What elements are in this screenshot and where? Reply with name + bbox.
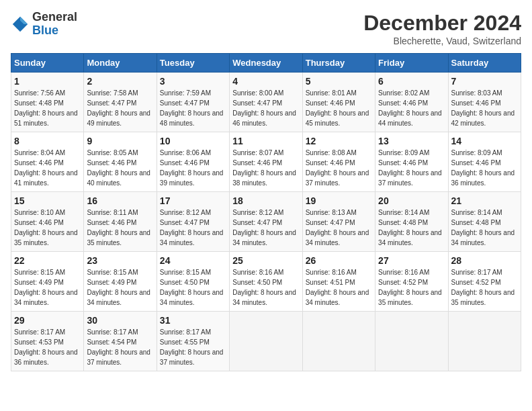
day-info: Sunrise: 8:08 AMSunset: 4:46 PMDaylight:… [306, 148, 372, 188]
logo-text: General Blue [32, 11, 77, 38]
table-row: 30Sunrise: 8:17 AMSunset: 4:54 PMDayligh… [84, 312, 157, 371]
day-number: 23 [87, 255, 153, 266]
calendar: Sunday Monday Tuesday Wednesday Thursday… [11, 53, 521, 371]
table-row [375, 312, 448, 371]
day-number: 3 [160, 76, 226, 87]
table-row: 26Sunrise: 8:16 AMSunset: 4:51 PMDayligh… [302, 252, 375, 312]
day-number: 30 [87, 315, 153, 326]
day-number: 8 [14, 136, 81, 146]
day-number: 21 [451, 195, 518, 206]
table-row: 7Sunrise: 8:03 AMSunset: 4:46 PMDaylight… [448, 73, 521, 132]
day-info: Sunrise: 8:05 AMSunset: 4:46 PMDaylight:… [87, 148, 153, 188]
calendar-row: 8Sunrise: 8:04 AMSunset: 4:46 PMDaylight… [11, 132, 521, 192]
day-number: 15 [14, 195, 81, 206]
calendar-row: 15Sunrise: 8:10 AMSunset: 4:46 PMDayligh… [11, 192, 521, 252]
title-area: December 2024 Blecherette, Vaud, Switzer… [363, 11, 521, 46]
col-wednesday: Wednesday [230, 54, 302, 73]
day-number: 22 [14, 255, 81, 266]
day-info: Sunrise: 8:15 AMSunset: 4:49 PMDaylight:… [14, 267, 81, 308]
day-info: Sunrise: 8:12 AMSunset: 4:47 PMDaylight:… [232, 208, 299, 248]
col-thursday: Thursday [302, 54, 375, 73]
day-info: Sunrise: 8:09 AMSunset: 4:46 PMDaylight:… [378, 148, 445, 188]
day-info: Sunrise: 8:14 AMSunset: 4:48 PMDaylight:… [451, 208, 518, 248]
day-number: 10 [160, 136, 226, 146]
table-row: 9Sunrise: 8:05 AMSunset: 4:46 PMDaylight… [84, 132, 157, 192]
day-number: 31 [160, 315, 226, 326]
table-row [230, 312, 302, 371]
day-number: 24 [160, 255, 226, 266]
table-row: 5Sunrise: 8:01 AMSunset: 4:46 PMDaylight… [302, 73, 375, 132]
day-info: Sunrise: 8:17 AMSunset: 4:54 PMDaylight:… [87, 327, 153, 367]
logo-blue: Blue [32, 24, 58, 37]
day-info: Sunrise: 8:01 AMSunset: 4:46 PMDaylight:… [306, 88, 372, 128]
calendar-body: 1Sunrise: 7:56 AMSunset: 4:48 PMDaylight… [11, 73, 521, 371]
col-tuesday: Tuesday [157, 54, 229, 73]
table-row: 13Sunrise: 8:09 AMSunset: 4:46 PMDayligh… [375, 132, 448, 192]
table-row: 27Sunrise: 8:16 AMSunset: 4:52 PMDayligh… [375, 252, 448, 312]
table-row [302, 312, 375, 371]
day-info: Sunrise: 8:12 AMSunset: 4:47 PMDaylight:… [160, 208, 226, 248]
col-saturday: Saturday [448, 54, 521, 73]
day-info: Sunrise: 8:04 AMSunset: 4:46 PMDaylight:… [14, 148, 81, 188]
table-row: 10Sunrise: 8:06 AMSunset: 4:46 PMDayligh… [157, 132, 229, 192]
table-row: 1Sunrise: 7:56 AMSunset: 4:48 PMDaylight… [11, 73, 84, 132]
day-info: Sunrise: 8:11 AMSunset: 4:46 PMDaylight:… [87, 208, 153, 248]
day-number: 29 [14, 315, 81, 326]
day-number: 19 [306, 195, 372, 206]
day-number: 1 [14, 76, 81, 87]
table-row: 11Sunrise: 8:07 AMSunset: 4:46 PMDayligh… [230, 132, 302, 192]
location-title: Blecherette, Vaud, Switzerland [363, 36, 521, 46]
day-info: Sunrise: 8:15 AMSunset: 4:49 PMDaylight:… [87, 267, 153, 308]
day-info: Sunrise: 8:17 AMSunset: 4:55 PMDaylight:… [160, 327, 226, 367]
table-row: 23Sunrise: 8:15 AMSunset: 4:49 PMDayligh… [84, 252, 157, 312]
day-info: Sunrise: 8:03 AMSunset: 4:46 PMDaylight:… [451, 88, 518, 128]
table-row: 4Sunrise: 8:00 AMSunset: 4:47 PMDaylight… [230, 73, 302, 132]
table-row: 24Sunrise: 8:15 AMSunset: 4:50 PMDayligh… [157, 252, 229, 312]
table-row: 18Sunrise: 8:12 AMSunset: 4:47 PMDayligh… [230, 192, 302, 252]
day-info: Sunrise: 8:17 AMSunset: 4:52 PMDaylight:… [451, 267, 518, 308]
day-info: Sunrise: 8:10 AMSunset: 4:46 PMDaylight:… [14, 208, 81, 248]
day-number: 12 [306, 136, 372, 146]
day-info: Sunrise: 8:02 AMSunset: 4:46 PMDaylight:… [378, 88, 445, 128]
table-row: 2Sunrise: 7:58 AMSunset: 4:47 PMDaylight… [84, 73, 157, 132]
day-number: 14 [451, 136, 518, 146]
table-row: 31Sunrise: 8:17 AMSunset: 4:55 PMDayligh… [157, 312, 229, 371]
table-row: 21Sunrise: 8:14 AMSunset: 4:48 PMDayligh… [448, 192, 521, 252]
day-info: Sunrise: 8:06 AMSunset: 4:46 PMDaylight:… [160, 148, 226, 188]
table-row: 29Sunrise: 8:17 AMSunset: 4:53 PMDayligh… [11, 312, 84, 371]
logo-icon [11, 15, 30, 34]
logo: General Blue [11, 11, 77, 38]
table-row: 14Sunrise: 8:09 AMSunset: 4:46 PMDayligh… [448, 132, 521, 192]
day-info: Sunrise: 8:00 AMSunset: 4:47 PMDaylight:… [232, 88, 299, 128]
logo-general: General [32, 10, 77, 24]
day-info: Sunrise: 8:14 AMSunset: 4:48 PMDaylight:… [378, 208, 445, 248]
month-title: December 2024 [363, 11, 521, 36]
table-row: 8Sunrise: 8:04 AMSunset: 4:46 PMDaylight… [11, 132, 84, 192]
day-number: 7 [451, 76, 518, 87]
day-number: 9 [87, 136, 153, 146]
day-info: Sunrise: 8:07 AMSunset: 4:46 PMDaylight:… [232, 148, 299, 188]
table-row [448, 312, 521, 371]
table-row: 25Sunrise: 8:16 AMSunset: 4:50 PMDayligh… [230, 252, 302, 312]
col-sunday: Sunday [11, 54, 84, 73]
day-number: 25 [232, 255, 299, 266]
table-row: 16Sunrise: 8:11 AMSunset: 4:46 PMDayligh… [84, 192, 157, 252]
day-number: 4 [232, 76, 299, 87]
day-info: Sunrise: 8:16 AMSunset: 4:52 PMDaylight:… [378, 267, 445, 308]
col-friday: Friday [375, 54, 448, 73]
day-info: Sunrise: 7:59 AMSunset: 4:47 PMDaylight:… [160, 88, 226, 128]
header: General Blue December 2024 Blecherette, … [11, 11, 521, 46]
day-info: Sunrise: 8:09 AMSunset: 4:46 PMDaylight:… [451, 148, 518, 188]
table-row: 28Sunrise: 8:17 AMSunset: 4:52 PMDayligh… [448, 252, 521, 312]
day-number: 27 [378, 255, 445, 266]
day-number: 17 [160, 195, 226, 206]
day-number: 18 [232, 195, 299, 206]
day-number: 16 [87, 195, 153, 206]
table-row: 20Sunrise: 8:14 AMSunset: 4:48 PMDayligh… [375, 192, 448, 252]
calendar-row: 29Sunrise: 8:17 AMSunset: 4:53 PMDayligh… [11, 312, 521, 371]
day-number: 26 [306, 255, 372, 266]
table-row: 17Sunrise: 8:12 AMSunset: 4:47 PMDayligh… [157, 192, 229, 252]
table-row: 22Sunrise: 8:15 AMSunset: 4:49 PMDayligh… [11, 252, 84, 312]
day-info: Sunrise: 8:15 AMSunset: 4:50 PMDaylight:… [160, 267, 226, 308]
calendar-header: Sunday Monday Tuesday Wednesday Thursday… [11, 54, 521, 73]
